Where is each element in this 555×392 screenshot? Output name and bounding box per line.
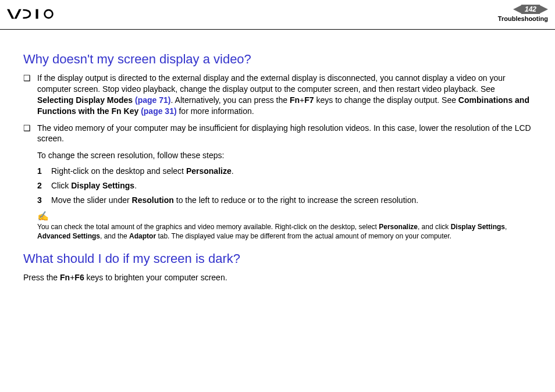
page-header: 142 Troubleshooting [0, 0, 555, 30]
note-icon: ✍ [37, 212, 532, 221]
step-item: 1 Right-click on the desktop and select … [37, 166, 532, 177]
svg-point-2 [45, 11, 52, 17]
header-right: 142 Troubleshooting [498, 5, 548, 22]
bullet-icon: ❑ [23, 123, 37, 145]
numbered-steps: 1 Right-click on the desktop and select … [37, 166, 532, 206]
step-item: 2 Click Display Settings. [37, 180, 532, 191]
step-text: Click Display Settings. [51, 180, 137, 191]
bullet-text: The video memory of your computer may be… [37, 123, 532, 145]
bullet-list: ❑ If the display output is directed to t… [23, 73, 532, 144]
bullet-text: If the display output is directed to the… [37, 73, 532, 117]
step-number: 1 [37, 166, 51, 177]
next-page-icon[interactable] [540, 5, 548, 13]
heading-dark: What should I do if my screen is dark? [23, 251, 532, 266]
vaio-logo [7, 5, 71, 20]
step-text: Right-click on the desktop and select Pe… [51, 166, 234, 177]
page-number: 142 [521, 5, 540, 14]
bullet-item: ❑ If the display output is directed to t… [23, 73, 532, 117]
svg-rect-0 [36, 9, 38, 19]
step-item: 3 Move the slider under Resolution to th… [37, 195, 532, 206]
note-block: ✍ You can check the total amount of the … [37, 212, 532, 241]
link-page-71[interactable]: (page 71) [135, 95, 170, 105]
page-nav: 142 [498, 5, 548, 14]
sub-intro: To change the screen resolution, follow … [37, 150, 532, 161]
page-content: Why doesn't my screen display a video? ❑… [0, 30, 555, 283]
bullet-icon: ❑ [23, 73, 37, 117]
step-text: Move the slider under Resolution to the … [51, 195, 418, 206]
step-number: 3 [37, 195, 51, 206]
prev-page-icon[interactable] [513, 5, 521, 13]
bullet-item: ❑ The video memory of your computer may … [23, 123, 532, 145]
link-page-31[interactable]: (page 31) [141, 106, 176, 116]
section-label: Troubleshooting [498, 15, 548, 22]
step-number: 2 [37, 180, 51, 191]
paragraph: Press the Fn+F6 keys to brighten your co… [23, 272, 532, 283]
heading-video: Why doesn't my screen display a video? [23, 52, 532, 67]
note-text: You can check the total amount of the gr… [37, 222, 532, 241]
